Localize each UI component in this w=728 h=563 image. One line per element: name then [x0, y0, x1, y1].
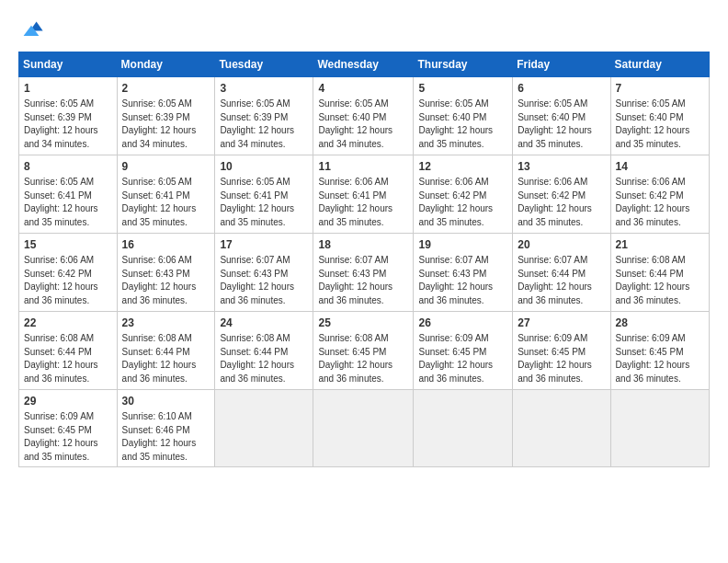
calendar-cell: 11 Sunrise: 6:06 AMSunset: 6:41 PMDaylig…: [313, 155, 414, 234]
calendar-cell: [313, 390, 414, 467]
day-number: 1: [24, 81, 112, 96]
calendar-cell: 24 Sunrise: 6:08 AMSunset: 6:44 PMDaylig…: [215, 312, 313, 390]
day-number: 19: [418, 237, 507, 252]
day-number: 13: [518, 159, 605, 174]
cell-info: Sunrise: 6:05 AMSunset: 6:40 PMDaylight:…: [616, 98, 690, 149]
day-number: 12: [418, 159, 507, 174]
day-number: 4: [318, 81, 408, 96]
calendar-cell: 28 Sunrise: 6:09 AMSunset: 6:45 PMDaylig…: [610, 312, 709, 390]
cell-info: Sunrise: 6:06 AMSunset: 6:42 PMDaylight:…: [24, 255, 98, 305]
logo-icon: [18, 17, 44, 42]
cell-info: Sunrise: 6:08 AMSunset: 6:44 PMDaylight:…: [122, 333, 197, 384]
day-number: 3: [220, 81, 308, 96]
day-number: 6: [518, 81, 605, 96]
cell-info: Sunrise: 6:05 AMSunset: 6:40 PMDaylight:…: [518, 98, 592, 149]
day-header-friday: Friday: [513, 52, 610, 77]
calendar-cell: 5 Sunrise: 6:05 AMSunset: 6:40 PMDayligh…: [414, 77, 513, 155]
day-number: 8: [24, 159, 112, 174]
calendar-cell: 9 Sunrise: 6:05 AMSunset: 6:41 PMDayligh…: [117, 155, 215, 234]
cell-info: Sunrise: 6:05 AMSunset: 6:39 PMDaylight:…: [220, 98, 294, 149]
week-row-2: 8 Sunrise: 6:05 AMSunset: 6:41 PMDayligh…: [19, 155, 710, 234]
calendar-cell: [215, 390, 313, 467]
calendar-cell: 6 Sunrise: 6:05 AMSunset: 6:40 PMDayligh…: [513, 77, 610, 155]
day-header-wednesday: Wednesday: [313, 52, 414, 77]
calendar-cell: 12 Sunrise: 6:06 AMSunset: 6:42 PMDaylig…: [414, 155, 513, 234]
calendar-cell: 8 Sunrise: 6:05 AMSunset: 6:41 PMDayligh…: [19, 155, 118, 234]
calendar-cell: 7 Sunrise: 6:05 AMSunset: 6:40 PMDayligh…: [610, 77, 709, 155]
day-number: 30: [122, 394, 210, 408]
calendar-cell: 1 Sunrise: 6:05 AMSunset: 6:39 PMDayligh…: [19, 77, 118, 155]
day-number: 17: [220, 237, 308, 252]
day-number: 18: [318, 237, 408, 252]
cell-info: Sunrise: 6:06 AMSunset: 6:42 PMDaylight:…: [518, 177, 592, 227]
calendar-cell: [414, 390, 513, 467]
day-number: 28: [616, 316, 704, 330]
day-number: 25: [318, 316, 408, 330]
week-row-1: 1 Sunrise: 6:05 AMSunset: 6:39 PMDayligh…: [19, 77, 710, 155]
cell-info: Sunrise: 6:05 AMSunset: 6:41 PMDaylight:…: [122, 177, 197, 227]
cell-info: Sunrise: 6:05 AMSunset: 6:41 PMDaylight:…: [220, 177, 294, 227]
cell-info: Sunrise: 6:07 AMSunset: 6:43 PMDaylight:…: [220, 255, 294, 305]
day-header-sunday: Sunday: [19, 52, 118, 77]
header: [18, 17, 710, 42]
calendar-cell: 27 Sunrise: 6:09 AMSunset: 6:45 PMDaylig…: [513, 312, 610, 390]
week-row-4: 22 Sunrise: 6:08 AMSunset: 6:44 PMDaylig…: [19, 312, 710, 390]
cell-info: Sunrise: 6:06 AMSunset: 6:43 PMDaylight:…: [122, 255, 197, 305]
day-header-saturday: Saturday: [610, 52, 709, 77]
day-number: 23: [122, 316, 210, 330]
calendar-cell: [513, 390, 610, 467]
cell-info: Sunrise: 6:10 AMSunset: 6:46 PMDaylight:…: [122, 411, 197, 462]
calendar-cell: 29 Sunrise: 6:09 AMSunset: 6:45 PMDaylig…: [19, 390, 118, 467]
logo: [18, 17, 48, 42]
calendar-cell: 21 Sunrise: 6:08 AMSunset: 6:44 PMDaylig…: [610, 234, 709, 312]
day-header-tuesday: Tuesday: [215, 52, 313, 77]
day-header-monday: Monday: [117, 52, 215, 77]
day-number: 11: [318, 159, 408, 174]
day-number: 9: [122, 159, 210, 174]
calendar-cell: 25 Sunrise: 6:08 AMSunset: 6:45 PMDaylig…: [313, 312, 414, 390]
calendar-cell: 16 Sunrise: 6:06 AMSunset: 6:43 PMDaylig…: [117, 234, 215, 312]
calendar-cell: 23 Sunrise: 6:08 AMSunset: 6:44 PMDaylig…: [117, 312, 215, 390]
calendar-cell: 18 Sunrise: 6:07 AMSunset: 6:43 PMDaylig…: [313, 234, 414, 312]
day-header-thursday: Thursday: [414, 52, 513, 77]
day-number: 29: [24, 394, 112, 408]
day-number: 14: [616, 159, 704, 174]
cell-info: Sunrise: 6:05 AMSunset: 6:40 PMDaylight:…: [318, 98, 392, 149]
cell-info: Sunrise: 6:09 AMSunset: 6:45 PMDaylight:…: [24, 411, 98, 462]
calendar-cell: 19 Sunrise: 6:07 AMSunset: 6:43 PMDaylig…: [414, 234, 513, 312]
calendar-cell: 10 Sunrise: 6:05 AMSunset: 6:41 PMDaylig…: [215, 155, 313, 234]
cell-info: Sunrise: 6:06 AMSunset: 6:41 PMDaylight:…: [318, 177, 392, 227]
day-number: 24: [220, 316, 308, 330]
cell-info: Sunrise: 6:07 AMSunset: 6:43 PMDaylight:…: [318, 255, 392, 305]
cell-info: Sunrise: 6:09 AMSunset: 6:45 PMDaylight:…: [518, 333, 592, 384]
cell-info: Sunrise: 6:05 AMSunset: 6:41 PMDaylight:…: [24, 177, 98, 227]
cell-info: Sunrise: 6:09 AMSunset: 6:45 PMDaylight:…: [418, 333, 493, 384]
calendar-cell: 4 Sunrise: 6:05 AMSunset: 6:40 PMDayligh…: [313, 77, 414, 155]
calendar-cell: 14 Sunrise: 6:06 AMSunset: 6:42 PMDaylig…: [610, 155, 709, 234]
day-number: 27: [518, 316, 605, 330]
calendar-cell: 13 Sunrise: 6:06 AMSunset: 6:42 PMDaylig…: [513, 155, 610, 234]
day-number: 2: [122, 81, 210, 96]
day-number: 7: [616, 81, 704, 96]
page: SundayMondayTuesdayWednesdayThursdayFrid…: [0, 0, 728, 563]
day-number: 15: [24, 237, 112, 252]
week-row-5: 29 Sunrise: 6:09 AMSunset: 6:45 PMDaylig…: [19, 390, 710, 467]
cell-info: Sunrise: 6:08 AMSunset: 6:45 PMDaylight:…: [318, 333, 392, 384]
week-row-3: 15 Sunrise: 6:06 AMSunset: 6:42 PMDaylig…: [19, 234, 710, 312]
day-number: 16: [122, 237, 210, 252]
day-number: 20: [518, 237, 605, 252]
cell-info: Sunrise: 6:08 AMSunset: 6:44 PMDaylight:…: [220, 333, 294, 384]
day-number: 10: [220, 159, 308, 174]
cell-info: Sunrise: 6:05 AMSunset: 6:39 PMDaylight:…: [24, 98, 98, 149]
calendar-cell: 30 Sunrise: 6:10 AMSunset: 6:46 PMDaylig…: [117, 390, 215, 467]
cell-info: Sunrise: 6:08 AMSunset: 6:44 PMDaylight:…: [24, 333, 98, 384]
calendar-cell: 15 Sunrise: 6:06 AMSunset: 6:42 PMDaylig…: [19, 234, 118, 312]
calendar-cell: [610, 390, 709, 467]
day-number: 22: [24, 316, 112, 330]
cell-info: Sunrise: 6:09 AMSunset: 6:45 PMDaylight:…: [616, 333, 690, 384]
calendar-table: SundayMondayTuesdayWednesdayThursdayFrid…: [18, 52, 710, 467]
calendar-cell: 2 Sunrise: 6:05 AMSunset: 6:39 PMDayligh…: [117, 77, 215, 155]
cell-info: Sunrise: 6:07 AMSunset: 6:44 PMDaylight:…: [518, 255, 592, 305]
calendar-cell: 20 Sunrise: 6:07 AMSunset: 6:44 PMDaylig…: [513, 234, 610, 312]
day-number: 5: [418, 81, 507, 96]
